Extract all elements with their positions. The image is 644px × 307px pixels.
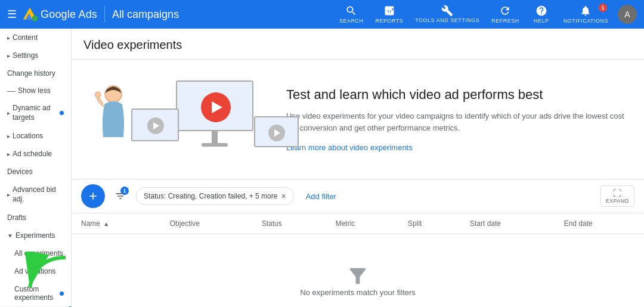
play-triangle-sm2	[274, 129, 280, 137]
sidebar-label-custom-experiments: Custom experiments	[14, 285, 57, 302]
table-header: Name ▲ Objective Status Metric Split Sta…	[72, 213, 644, 234]
show-less-button[interactable]: — Show less	[0, 82, 71, 99]
sidebar-label-drafts: Drafts	[7, 213, 26, 222]
screen-sm-left	[131, 108, 179, 141]
reports-nav-button[interactable]: REPORTS	[370, 2, 408, 26]
sidebar-item-advanced-bid[interactable]: ▸ Advanced bid adj.	[0, 181, 71, 209]
col-objective: Objective	[160, 213, 252, 234]
svg-rect-3	[387, 11, 388, 13]
content-area: Video experiments	[72, 29, 644, 307]
filter-button[interactable]: 1	[110, 185, 131, 207]
page-title: Video experiments	[83, 38, 632, 52]
empty-state-row: No experiments match your filters	[72, 234, 644, 308]
sidebar-item-locations[interactable]: ▸ Locations	[0, 127, 71, 145]
refresh-nav-button[interactable]: REFRESH	[487, 2, 524, 26]
sidebar-item-settings[interactable]: ▸ Settings	[0, 46, 71, 64]
chevron-down-icon: ▼	[7, 232, 13, 239]
sidebar-item-all-experiments[interactable]: All experiments	[0, 244, 71, 262]
promo-illustration	[83, 72, 262, 167]
sidebar-label-devices: Devices	[7, 168, 33, 176]
filter-count-badge: 1	[120, 187, 129, 195]
chevron-right-icon: ▸	[7, 133, 10, 139]
tools-icon	[441, 5, 453, 17]
svg-point-7	[95, 92, 101, 98]
chevron-right-icon: ▸	[7, 151, 10, 157]
toolbar: 1 Status: Creating, Creation failed, + 5…	[72, 179, 644, 213]
sidebar-item-change-history[interactable]: Change history	[0, 64, 71, 82]
sidebar-label-settings: Settings	[13, 51, 38, 60]
add-filter-button[interactable]: Add filter	[299, 188, 343, 204]
app-name: Google Ads	[41, 8, 97, 21]
notifications-label: NOTIFICATIONS	[564, 18, 608, 24]
refresh-icon	[499, 5, 511, 17]
chevron-right-icon: ▸	[7, 52, 10, 59]
sidebar-item-ad-variations[interactable]: Ad variations	[0, 262, 71, 280]
sidebar-item-ad-schedule[interactable]: ▸ Ad schedule	[0, 145, 71, 163]
tools-nav-button[interactable]: TOOLS AND SETTINGS	[410, 2, 484, 26]
promo-description: Use video experiments for your video cam…	[286, 110, 632, 134]
reports-label: REPORTS	[375, 18, 403, 24]
col-status: Status	[252, 213, 326, 234]
notifications-nav-button[interactable]: 1 NOTIFICATIONS	[559, 2, 613, 26]
sidebar-label-ad-schedule: Ad schedule	[13, 150, 52, 158]
sidebar-item-experiments[interactable]: ▼ Experiments	[0, 227, 71, 244]
play-button-sm-right	[268, 125, 285, 141]
chevron-right-icon: ▸	[7, 35, 10, 41]
person-illustration	[92, 83, 134, 167]
logo-icon	[21, 6, 38, 23]
search-label: SEARCH	[339, 18, 364, 24]
sidebar-item-content[interactable]: ▸ Content	[0, 29, 71, 46]
chevron-right-icon: ▸	[7, 110, 10, 116]
expand-button[interactable]: ⛶ EXPAND	[600, 185, 634, 207]
empty-state: No experiments match your filters	[81, 240, 634, 307]
page-context[interactable]: All campaigns	[112, 8, 179, 21]
col-start-date: Start date	[460, 213, 555, 234]
sidebar-label-content: Content	[13, 33, 38, 42]
show-less-label: Show less	[18, 86, 51, 95]
table-container: Name ▲ Objective Status Metric Split Sta…	[72, 213, 644, 307]
expand-icon: ⛶	[613, 188, 621, 198]
main-layout: ▸ Content ▸ Settings Change history — Sh…	[0, 29, 644, 307]
top-nav: ☰ Google Ads All campaigns SEARCH REPORT…	[0, 0, 644, 29]
play-button-sm-left	[147, 117, 164, 134]
sidebar-label-experiments: Experiments	[16, 231, 55, 240]
help-nav-button[interactable]: HELP	[527, 2, 556, 26]
empty-state-cell: No experiments match your filters	[72, 234, 644, 308]
svg-rect-5	[391, 8, 392, 13]
sidebar-label-advanced-bid: Advanced bid adj.	[13, 185, 64, 204]
sidebar-label-change-history: Change history	[7, 69, 55, 77]
dot-indicator	[60, 292, 64, 296]
screen-main	[176, 80, 253, 131]
sidebar: ▸ Content ▸ Settings Change history — Sh…	[0, 29, 72, 307]
status-filter-chip[interactable]: Status: Creating, Creation failed, + 5 m…	[136, 187, 294, 205]
promo-section: Test and learn which video ad performs b…	[72, 60, 644, 179]
col-metric: Metric	[326, 213, 398, 234]
sidebar-item-custom-experiments[interactable]: Custom experiments	[0, 280, 71, 306]
search-nav-button[interactable]: SEARCH	[335, 2, 369, 26]
sidebar-item-devices[interactable]: Devices	[0, 163, 71, 181]
play-button-main	[201, 92, 231, 122]
sidebar-label-all-experiments: All experiments	[14, 249, 63, 258]
user-avatar[interactable]: A	[618, 5, 637, 24]
promo-learn-more-link[interactable]: Learn more about video experiments	[286, 143, 413, 152]
col-split: Split	[398, 213, 460, 234]
reports-icon	[383, 5, 395, 17]
hamburger-icon[interactable]: ☰	[7, 8, 17, 21]
notifications-icon	[580, 5, 592, 17]
filter-chip-text: Status: Creating, Creation failed, + 5 m…	[144, 192, 277, 200]
sidebar-item-dynamic-ad-targets[interactable]: ▸ Dynamic ad targets	[0, 99, 71, 127]
empty-state-text: No experiments match your filters	[300, 288, 416, 297]
col-name: Name ▲	[72, 213, 160, 234]
nav-divider	[104, 6, 105, 23]
add-experiment-button[interactable]	[81, 184, 105, 208]
dash-icon: —	[7, 86, 16, 95]
sidebar-label-dynamic: Dynamic ad targets	[13, 104, 57, 122]
empty-filter-icon	[346, 264, 370, 288]
chip-close-icon[interactable]: ×	[281, 191, 286, 201]
help-label: HELP	[534, 18, 549, 24]
svg-point-2	[32, 15, 38, 21]
sidebar-item-drafts[interactable]: Drafts	[0, 209, 71, 227]
notif-badge: 1	[599, 4, 607, 12]
sort-up-icon[interactable]: ▲	[103, 221, 109, 227]
plus-icon	[87, 190, 99, 202]
